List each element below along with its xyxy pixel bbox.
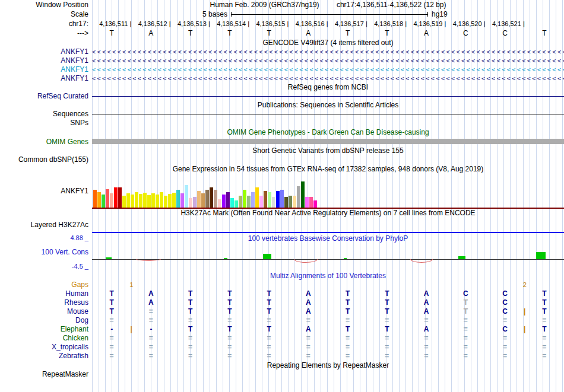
gaps-label[interactable]: Gaps (0, 281, 92, 289)
omim-genes-track[interactable] (92, 137, 564, 146)
conservation-dip[interactable] (136, 259, 161, 261)
alignment-row-dog[interactable]: Dog============ (0, 316, 564, 325)
gtex-tissue-bar[interactable] (185, 185, 188, 208)
gtex-tissue-bar[interactable] (301, 181, 305, 208)
gtex-tissue-bar[interactable] (106, 189, 109, 208)
gtex-tissue-bar[interactable] (284, 197, 288, 208)
gtex-tissue-bar[interactable] (239, 196, 242, 208)
alignment-row-rhesus[interactable]: RhesusTATTTATTATCT (0, 298, 564, 307)
alignment-row-elephant[interactable]: Elephant--TTTATTA=CT|| (0, 325, 564, 334)
gtex-tissue-bar[interactable] (264, 191, 267, 208)
gtex-tissue-bar[interactable] (297, 186, 300, 208)
gtex-tissue-bar[interactable] (247, 196, 251, 208)
repeatmasker-label[interactable]: RepeatMasker (0, 370, 92, 379)
conservation-peak[interactable] (458, 256, 465, 259)
gtex-tissue-bar[interactable] (293, 196, 296, 208)
dbsnp-track[interactable] (92, 155, 564, 164)
conservation-peak[interactable] (263, 254, 271, 259)
conservation-peak[interactable] (536, 252, 546, 259)
gtex-tissue-bar[interactable] (243, 190, 246, 208)
conservation-dip[interactable] (410, 259, 433, 263)
h3k27ac-title[interactable]: H3K27Ac Mark (Often Found Near Active Re… (92, 209, 564, 218)
gtex-tissue-bar[interactable] (168, 194, 172, 208)
gtex-tissue-bar[interactable] (201, 193, 205, 208)
alignment-row-mouse[interactable]: MouseT=TTTATTATCT| (0, 307, 564, 316)
alignment-row-chicken[interactable]: Chicken============ (0, 334, 564, 343)
gtex-bar-chart[interactable] (93, 181, 317, 208)
gtex-tissue-bar[interactable] (218, 199, 221, 208)
gencode-title[interactable]: GENCODE V49lift37 (4 items filtered out) (92, 38, 564, 47)
snps-track[interactable] (92, 119, 564, 128)
gene-label[interactable]: ANKFY1 (0, 74, 92, 83)
h3k27ac-track[interactable] (92, 218, 564, 232)
alignment-row-zebrafish[interactable]: Zebrafish============ (0, 352, 564, 361)
gtex-tissue-bar[interactable] (164, 196, 167, 208)
gtex-tissue-bar[interactable] (172, 193, 176, 208)
gene-label[interactable]: ANKFY1 (0, 56, 92, 65)
gtex-tissue-bar[interactable] (135, 192, 138, 208)
refseq-curated-track[interactable] (92, 92, 564, 101)
omim-genes-label[interactable]: OMIM Genes (0, 137, 92, 146)
multiz-title[interactable]: Multiz Alignments of 100 Vertebrates (92, 271, 564, 281)
conservation-track[interactable]: 100 vertebrates Basewise Conservation by… (92, 233, 564, 271)
gtex-tissue-bar[interactable] (251, 192, 255, 208)
gtex-track[interactable] (92, 174, 564, 208)
conservation-track-label[interactable]: 100 Vert. Cons (42, 248, 88, 256)
gtex-tissue-bar[interactable] (156, 195, 159, 208)
gtex-tissue-bar[interactable] (259, 196, 263, 208)
gtex-tissue-bar[interactable] (280, 190, 284, 208)
conservation-dip[interactable] (294, 259, 318, 263)
dbsnp-label[interactable]: Common dbSNP(155) (0, 155, 92, 164)
refseq-curated-label[interactable]: RefSeq Curated (0, 92, 92, 101)
h3k27ac-label[interactable]: Layered H3K27Ac (0, 218, 92, 232)
publications-title[interactable]: Publications: Sequences in Scientific Ar… (92, 101, 564, 110)
gtex-tissue-bar[interactable] (151, 193, 155, 208)
snps-label[interactable]: SNPs (0, 119, 92, 128)
gtex-tissue-bar[interactable] (214, 190, 217, 208)
conservation-peak[interactable] (224, 258, 227, 259)
gtex-tissue-bar[interactable] (193, 197, 197, 208)
gtex-gene-label[interactable]: ANKFY1 (0, 174, 92, 208)
gtex-tissue-bar[interactable] (102, 195, 105, 208)
gene-transcript[interactable]: <<<<<<<<<<<<<<<<<<<<<<<<<<<<<<<<<<<<<<<<… (92, 47, 564, 56)
omim-title[interactable]: OMIM Gene Phenotypes - Dark Green Can Be… (92, 128, 564, 137)
gtex-tissue-bar[interactable] (110, 193, 113, 208)
conservation-peak[interactable] (344, 258, 347, 259)
gtex-tissue-bar[interactable] (97, 192, 101, 208)
sequences-label[interactable]: Sequences (0, 110, 92, 119)
repeatmasker-title[interactable]: Repeating Elements by RepeatMasker (92, 361, 564, 370)
gtex-tissue-bar[interactable] (210, 187, 213, 208)
sequences-track[interactable] (92, 110, 564, 119)
gtex-tissue-bar[interactable] (131, 195, 134, 208)
gtex-tissue-bar[interactable] (230, 198, 234, 208)
alignment-row-human[interactable]: HumanTATTTATTACCT (0, 289, 564, 298)
gtex-tissue-bar[interactable] (197, 191, 201, 208)
gtex-tissue-bar[interactable] (226, 192, 230, 208)
repeatmasker-track[interactable] (92, 370, 564, 379)
gene-transcript[interactable]: <<<<<<<<<<<<<<<<<<<<<<<<<<<<<<<<<<<<<<<<… (92, 56, 564, 65)
gtex-tissue-bar[interactable] (176, 190, 180, 208)
conservation-title[interactable]: 100 vertebrates Basewise Conservation by… (92, 234, 564, 243)
alignment-row-x_tropicalis[interactable]: X_tropicalis============ (0, 343, 564, 352)
gtex-tissue-bar[interactable] (313, 200, 317, 208)
gtex-title[interactable]: Gene Expression in 54 tissues from GTEx … (92, 164, 564, 174)
gtex-tissue-bar[interactable] (222, 195, 226, 208)
gtex-tissue-bar[interactable] (114, 187, 118, 208)
gtex-tissue-bar[interactable] (180, 193, 184, 208)
gene-label[interactable]: ANKFY1 (0, 47, 92, 56)
omim-genes-bar[interactable] (92, 139, 564, 144)
dbsnp-title[interactable]: Short Genetic Variants from dbSNP releas… (92, 146, 564, 155)
gtex-tissue-bar[interactable] (126, 193, 130, 208)
gtex-tissue-bar[interactable] (93, 190, 97, 208)
gtex-tissue-bar[interactable] (309, 197, 313, 208)
gtex-tissue-bar[interactable] (272, 197, 275, 208)
gtex-tissue-bar[interactable] (268, 192, 271, 208)
gtex-tissue-bar[interactable] (143, 193, 147, 208)
gtex-tissue-bar[interactable] (255, 187, 259, 208)
strand-arrow-label[interactable]: ---> (0, 28, 92, 38)
gene-transcript[interactable]: <<<<<<<<<<<<<<<<<<<<<<<<<<<<<<<<<<<<<<<<… (92, 74, 564, 83)
conservation-peak[interactable] (106, 257, 112, 259)
gtex-tissue-bar[interactable] (205, 190, 209, 208)
gene-transcript[interactable]: <<<<<<<<<<<<<<<<<<<<<<<<<<<<<<<<<<<<<<<<… (92, 65, 564, 74)
gtex-tissue-bar[interactable] (289, 196, 292, 208)
